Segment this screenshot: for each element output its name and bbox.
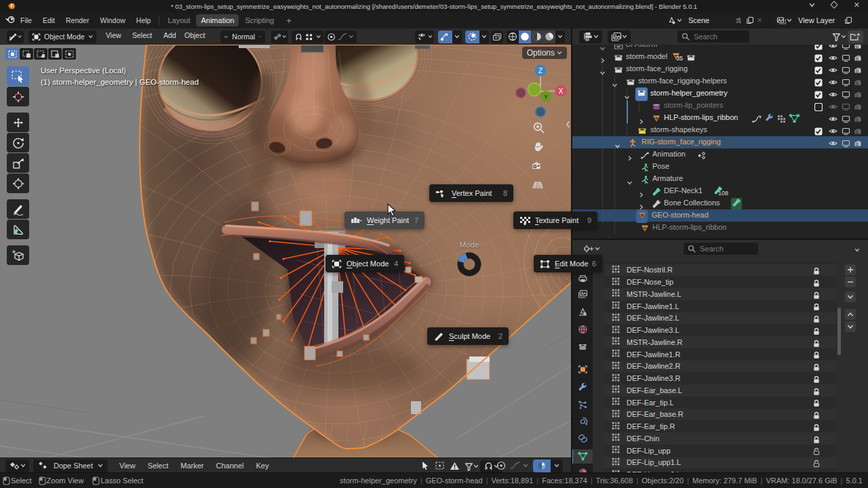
svg-text:X: X (559, 87, 564, 95)
svg-text:Y: Y (544, 94, 548, 100)
svg-text:Z: Z (538, 67, 542, 75)
